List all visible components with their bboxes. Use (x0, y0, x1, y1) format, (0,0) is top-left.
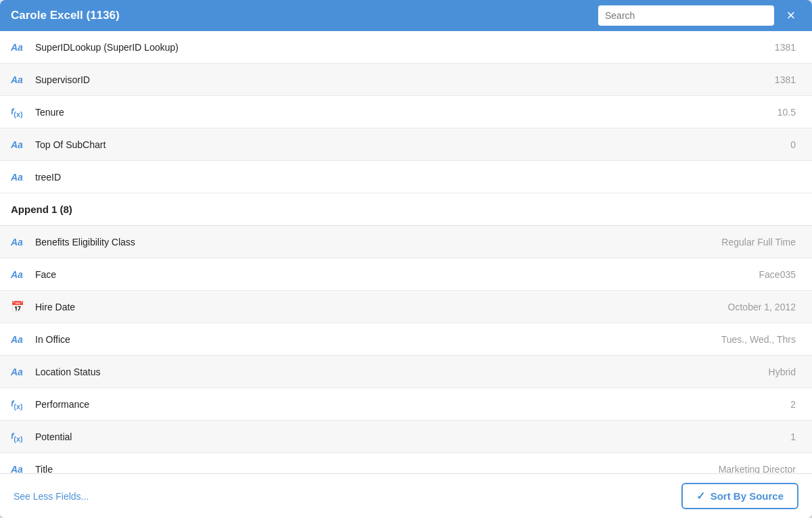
field-value: Regular Full Time (721, 237, 801, 248)
field-value: 1 (790, 431, 801, 442)
type-icon: Aa (11, 237, 35, 248)
field-value: Tues., Wed., Thrs (721, 334, 801, 345)
modal-container: Carole Excell (1136) × Aa SuperIDLookup … (0, 0, 812, 518)
type-icon: Aa (11, 269, 35, 280)
field-name: Performance (35, 399, 790, 410)
field-row: Aa treeID (0, 161, 812, 193)
field-row: Aa Top Of SubChart 0 (0, 128, 812, 161)
field-row: f(x) Potential 1 (0, 421, 812, 453)
field-value: 1381 (775, 74, 801, 85)
modal-title: Carole Excell (1136) (11, 9, 120, 22)
aa-icon: Aa (11, 42, 23, 53)
field-name: treeID (35, 172, 796, 183)
type-icon: Aa (11, 139, 35, 150)
see-less-button[interactable]: See Less Fields... (14, 491, 89, 502)
field-value: Marketing Director (719, 464, 801, 474)
aa-icon: Aa (11, 367, 23, 377)
fx-icon: f(x) (11, 431, 23, 443)
aa-icon: Aa (11, 74, 23, 85)
field-value: October 1, 2012 (728, 302, 801, 312)
field-row: Aa Location Status Hybrid (0, 356, 812, 388)
field-name: Title (35, 464, 719, 474)
fields-content: Aa SuperIDLookup (SuperID Lookup) 1381 A… (0, 31, 812, 473)
field-row: Aa Face Face035 (0, 258, 812, 291)
type-icon: f(x) (11, 398, 35, 410)
field-row: f(x) Performance 2 (0, 388, 812, 421)
field-row: Aa Title Marketing Director (0, 453, 812, 473)
field-row: Aa SupervisorID 1381 (0, 64, 812, 96)
section-header: Append 1 (8) (0, 193, 812, 226)
type-icon: Aa (11, 464, 35, 474)
type-icon: Aa (11, 367, 35, 377)
field-name: Tenure (35, 107, 777, 118)
field-value: 0 (790, 139, 801, 150)
search-input[interactable] (598, 5, 774, 26)
section-label: Append 1 (8) (11, 204, 72, 215)
field-row: Aa SuperIDLookup (SuperID Lookup) 1381 (0, 31, 812, 64)
field-name: In Office (35, 334, 721, 345)
aa-icon: Aa (11, 237, 23, 248)
aa-icon: Aa (11, 464, 23, 474)
fx-icon: f(x) (11, 106, 23, 118)
aa-icon: Aa (11, 139, 23, 150)
aa-icon: Aa (11, 172, 23, 183)
field-value: Face035 (759, 269, 801, 280)
aa-icon: Aa (11, 269, 23, 280)
field-name: Potential (35, 431, 790, 442)
type-icon: Aa (11, 334, 35, 345)
field-name: Top Of SubChart (35, 139, 790, 150)
field-row: f(x) Tenure 10.5 (0, 96, 812, 128)
fx-icon: f(x) (11, 398, 23, 410)
type-icon: f(x) (11, 106, 35, 118)
type-icon: 📅 (11, 300, 35, 313)
aa-icon: Aa (11, 334, 23, 345)
field-name: Face (35, 269, 759, 280)
sort-by-source-button[interactable]: ✓ Sort By Source (681, 483, 798, 509)
field-value: Hybrid (769, 367, 801, 377)
type-icon: Aa (11, 74, 35, 85)
field-name: SupervisorID (35, 74, 775, 85)
field-row: 📅 Hire Date October 1, 2012 (0, 291, 812, 323)
close-button[interactable]: × (781, 5, 801, 26)
header-right: × (598, 5, 801, 26)
type-icon: f(x) (11, 431, 35, 443)
sort-by-source-label: Sort By Source (710, 490, 784, 502)
field-name: Location Status (35, 367, 769, 377)
field-row: Aa In Office Tues., Wed., Thrs (0, 323, 812, 356)
calendar-icon: 📅 (11, 300, 24, 313)
field-name: Hire Date (35, 302, 728, 312)
sort-checkmark: ✓ (696, 490, 705, 502)
append-fields-list: Aa Benefits Eligibility Class Regular Fu… (0, 226, 812, 473)
modal-header: Carole Excell (1136) × (0, 0, 812, 31)
fields-list: Aa SuperIDLookup (SuperID Lookup) 1381 A… (0, 31, 812, 193)
field-row: Aa Benefits Eligibility Class Regular Fu… (0, 226, 812, 258)
field-name: SuperIDLookup (SuperID Lookup) (35, 42, 775, 53)
field-value: 10.5 (777, 107, 801, 118)
type-icon: Aa (11, 42, 35, 53)
field-value: 2 (790, 399, 801, 410)
field-value: 1381 (775, 42, 801, 53)
type-icon: Aa (11, 172, 35, 183)
modal-footer: See Less Fields... ✓ Sort By Source (0, 473, 812, 518)
field-name: Benefits Eligibility Class (35, 237, 721, 248)
